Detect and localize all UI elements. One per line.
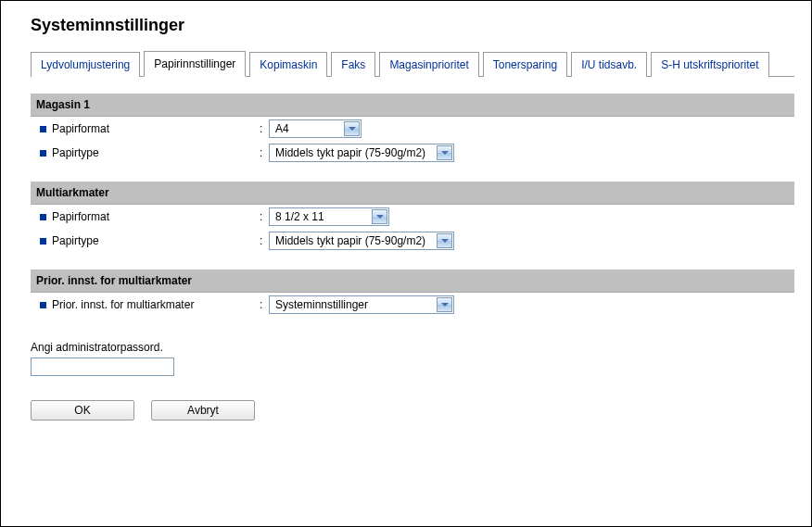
ok-button[interactable]: OK (31, 400, 134, 420)
section-header-bypass: Multiarkmater (31, 182, 794, 205)
label-bypass-priority: Prior. innst. for multiarkmater (52, 298, 265, 311)
section-bypass-priority: Prior. innst. for multiarkmater Prior. i… (31, 270, 794, 317)
label-tray1-paper-type: Papirtype (52, 146, 265, 159)
tab-fax[interactable]: Faks (331, 52, 375, 77)
admin-password-input[interactable] (31, 358, 174, 376)
section-bypass: Multiarkmater Papirformat : 8 1/2 x 11 P… (31, 182, 794, 253)
page-title: Systeminnstillinger (31, 16, 794, 35)
tab-io-timeout[interactable]: I/U tidsavb. (571, 52, 647, 77)
section-header-bypass-priority: Prior. innst. for multiarkmater (31, 270, 794, 293)
tab-copier[interactable]: Kopimaskin (249, 52, 327, 77)
row-tray1-paper-size: Papirformat : A4 (31, 117, 794, 141)
select-bypass-paper-type[interactable]: Middels tykt papir (75-90g/m2) (269, 232, 454, 250)
bullet-icon (40, 302, 46, 308)
button-row: OK Avbryt (31, 400, 794, 420)
chevron-down-icon (437, 297, 452, 312)
select-value: A4 (275, 122, 289, 135)
select-value: 8 1/2 x 11 (275, 210, 324, 223)
label-bypass-paper-size: Papirformat (52, 210, 265, 223)
chevron-down-icon (344, 121, 360, 136)
tab-volume[interactable]: Lydvolumjustering (31, 52, 140, 77)
section-header-tray1: Magasin 1 (31, 94, 794, 117)
tab-toner-saving[interactable]: Tonersparing (483, 52, 567, 77)
bullet-icon (40, 150, 46, 157)
row-bypass-paper-size: Papirformat : 8 1/2 x 11 (31, 205, 794, 229)
select-value: Middels tykt papir (75-90g/m2) (275, 234, 425, 247)
chevron-down-icon (437, 145, 452, 160)
select-bypass-paper-size[interactable]: 8 1/2 x 11 (269, 207, 389, 226)
bullet-icon (40, 214, 46, 220)
select-tray1-paper-type[interactable]: Middels tykt papir (75-90g/m2) (269, 144, 454, 162)
bullet-icon (40, 126, 46, 132)
password-block: Angi administratorpassord. (31, 341, 794, 376)
cancel-button[interactable]: Avbryt (151, 400, 255, 420)
row-bypass-paper-type: Papirtype : Middels tykt papir (75-90g/m… (31, 229, 794, 253)
select-tray1-paper-size[interactable]: A4 (269, 119, 362, 138)
select-value: Middels tykt papir (75-90g/m2) (275, 146, 425, 159)
row-bypass-priority: Prior. innst. for multiarkmater : System… (31, 293, 794, 317)
chevron-down-icon (372, 209, 387, 224)
chevron-down-icon (437, 233, 452, 248)
tab-bw-priority[interactable]: S-H utskriftsprioritet (651, 52, 768, 77)
select-value: Systeminnstillinger (275, 298, 368, 311)
row-tray1-paper-type: Papirtype : Middels tykt papir (75-90g/m… (31, 141, 794, 165)
settings-frame: Systeminnstillinger Lydvolumjustering Pa… (0, 0, 812, 527)
password-label: Angi administratorpassord. (31, 341, 794, 354)
label-tray1-paper-size: Papirformat (52, 122, 265, 135)
select-bypass-priority[interactable]: Systeminnstillinger (269, 295, 454, 314)
tab-tray-priority[interactable]: Magasinprioritet (379, 52, 478, 77)
bullet-icon (40, 238, 46, 245)
label-bypass-paper-type: Papirtype (52, 234, 265, 247)
section-tray1: Magasin 1 Papirformat : A4 Papirtype : M… (31, 94, 794, 165)
tab-bar: Lydvolumjustering Papirinnstillinger Kop… (31, 50, 794, 77)
tab-paper-settings[interactable]: Papirinnstillinger (144, 51, 246, 77)
